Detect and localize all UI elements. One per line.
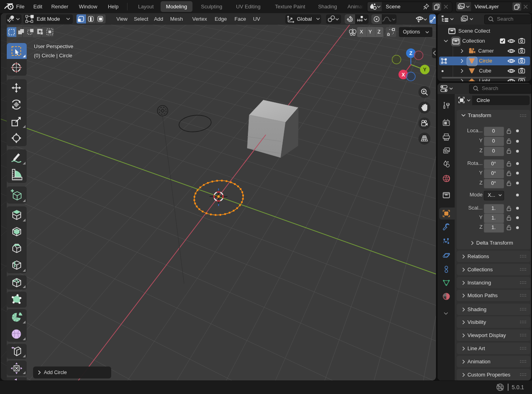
svg-text:Y: Y bbox=[423, 67, 427, 73]
svg-text:Z: Z bbox=[409, 51, 412, 56]
svg-text:X: X bbox=[402, 72, 405, 78]
